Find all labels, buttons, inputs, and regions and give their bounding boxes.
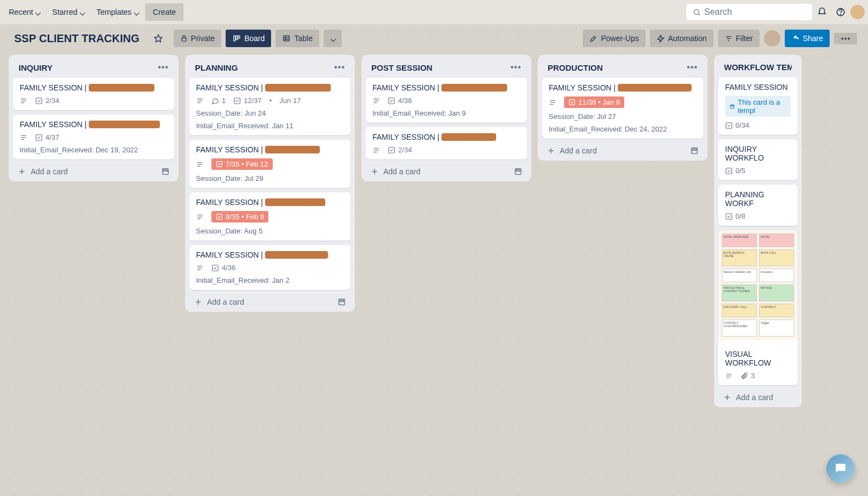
- card[interactable]: FAMILY SESSION | 4/36 Initial_Email_Rece…: [189, 245, 350, 290]
- checklist-badge: 12/37: [233, 96, 262, 105]
- board-title[interactable]: SSP CLIENT TRACKING: [11, 32, 143, 45]
- attachment-badge: 3: [740, 372, 755, 380]
- nav-recent[interactable]: Recent: [3, 4, 45, 20]
- template-icon[interactable]: [337, 298, 346, 306]
- checklist-count: 2/34: [45, 96, 59, 105]
- view-board-button[interactable]: Board: [226, 30, 271, 47]
- view-more-button[interactable]: [324, 30, 342, 47]
- plus-icon: [194, 298, 203, 306]
- card[interactable]: PLANNING WORKF 0/8: [718, 185, 797, 226]
- template-icon[interactable]: [161, 167, 170, 176]
- list-menu-button[interactable]: •••: [510, 62, 521, 72]
- checklist-count: 4/37: [45, 133, 59, 141]
- description-icon: [20, 97, 27, 105]
- checklist-badge: 0/5: [725, 167, 745, 175]
- add-card-button[interactable]: Add a card: [718, 390, 797, 403]
- card-custom-field: Session_Date: Aug 5: [196, 227, 344, 235]
- view-table-button[interactable]: Table: [275, 30, 319, 47]
- card[interactable]: FAMILY SESSION | 1 12/37 • Jun 17 Sessio…: [189, 78, 350, 135]
- description-badge: [196, 97, 204, 105]
- visibility-button[interactable]: Private: [174, 30, 222, 47]
- card[interactable]: FAMILY SESSION | 4/36 Initial_Email_Rece…: [366, 78, 527, 123]
- search-icon: [693, 8, 701, 16]
- nav-starred[interactable]: Starred: [47, 4, 90, 20]
- checklist-count: 0/5: [735, 167, 745, 175]
- card-title-prefix: FAMILY SESSION |: [549, 83, 616, 92]
- description-badge: [196, 161, 204, 168]
- star-button[interactable]: [147, 30, 169, 47]
- svg-point-19: [844, 37, 846, 39]
- user-avatar[interactable]: [850, 5, 865, 19]
- comments-count: 1: [222, 96, 226, 105]
- description-badge: [20, 134, 27, 141]
- checklist-badge: 0/34: [725, 121, 749, 129]
- description-icon: [196, 264, 204, 272]
- card-custom-field: Initial_Email_Received: Jan 11: [196, 122, 344, 130]
- list-menu-button[interactable]: •••: [687, 62, 698, 72]
- list-title[interactable]: PLANNING: [195, 63, 238, 72]
- notifications-button[interactable]: [813, 3, 831, 21]
- card[interactable]: FAMILY SESSION | 2/34: [366, 127, 527, 159]
- rocket-icon: [589, 35, 597, 43]
- svg-marker-13: [658, 35, 664, 42]
- add-card-button[interactable]: Add a card: [189, 294, 350, 307]
- list-menu-button[interactable]: •••: [158, 62, 169, 72]
- nav-recent-label: Recent: [9, 8, 33, 16]
- board-icon: [232, 35, 241, 42]
- card[interactable]: FAMILY SESSION | 2/34: [13, 78, 174, 110]
- redacted-name: [265, 84, 331, 92]
- add-card-button[interactable]: Add a card: [366, 164, 527, 177]
- card-title-prefix: FAMILY SESSION |: [372, 83, 439, 92]
- view-board-label: Board: [244, 34, 265, 43]
- list-title[interactable]: WORKFLOW TEMPL: [724, 62, 792, 72]
- help-button[interactable]: [832, 3, 849, 21]
- badge-separator: •: [269, 96, 272, 105]
- checklist-due-badge: 11/38 • Jan 8: [564, 96, 624, 108]
- add-card-button[interactable]: Add a card: [542, 143, 703, 156]
- redacted-name: [89, 121, 160, 128]
- chevron-down-icon: [35, 8, 40, 16]
- list-title[interactable]: INQUIRY: [19, 63, 53, 72]
- create-button[interactable]: Create: [145, 3, 183, 21]
- checklist-due-text: 7/35 • Feb 12: [226, 160, 268, 168]
- svg-rect-7: [236, 36, 238, 39]
- add-card-button[interactable]: Add a card: [13, 164, 174, 177]
- nav-templates[interactable]: Templates: [91, 4, 144, 20]
- star-icon: [154, 34, 163, 43]
- comment-icon: [211, 97, 219, 105]
- add-card-label: Add a card: [736, 393, 773, 402]
- list-inquiry: INQUIRY ••• FAMILY SESSION | 2/34 FAMILY…: [9, 55, 179, 181]
- card[interactable]: FAMILY SESSION | 7/35 • Feb 12 Session_D…: [189, 140, 350, 188]
- card[interactable]: FAMILY SESSION | 4/37 Initial_Email_Rece…: [13, 115, 174, 159]
- card-cover-flowchart: INITIAL RESPONSEINITIAL BOOK SESSION ONL…: [718, 230, 797, 340]
- automation-button[interactable]: Automation: [650, 30, 714, 47]
- svg-rect-28: [36, 134, 42, 140]
- board-menu-button[interactable]: [834, 33, 857, 44]
- board-member-avatar[interactable]: [764, 30, 780, 47]
- card[interactable]: FAMILY SESSION | 11/38 • Jan 8 Session_D…: [542, 78, 703, 139]
- template-icon[interactable]: [514, 167, 522, 176]
- share-button[interactable]: Share: [785, 30, 830, 47]
- list-title[interactable]: PRODUCTION: [548, 63, 603, 72]
- filter-button[interactable]: Filter: [718, 30, 760, 47]
- list-title[interactable]: POST SESSION: [371, 63, 433, 72]
- card[interactable]: INITIAL RESPONSEINITIAL BOOK SESSION ONL…: [718, 230, 797, 385]
- checklist-count: 0/34: [735, 121, 749, 129]
- search-placeholder: Search: [704, 7, 732, 17]
- card[interactable]: FAMILY SESSION | 8/35 • Feb 9 Session_Da…: [189, 192, 350, 241]
- card-title-prefix: FAMILY SESSION |: [20, 83, 87, 92]
- card[interactable]: FAMILY SESSION This card is a templ 0/34: [718, 77, 797, 135]
- checklist-icon: [388, 146, 395, 154]
- card-custom-field: Session_Date: Jul 27: [549, 112, 697, 121]
- template-icon[interactable]: [690, 146, 699, 155]
- list-menu-button[interactable]: •••: [334, 62, 345, 72]
- powerups-button[interactable]: Power-Ups: [583, 30, 645, 47]
- card[interactable]: INQUIRY WORKFLO 0/5: [718, 139, 797, 180]
- description-badge: [372, 146, 380, 154]
- search-input[interactable]: Search: [686, 4, 812, 20]
- redacted-name: [441, 133, 496, 141]
- card-custom-field: Initial_Email_Received: Dec 19, 2022: [20, 146, 168, 154]
- dots-icon: [841, 37, 850, 40]
- plus-icon: [547, 146, 555, 155]
- share-label: Share: [803, 34, 823, 43]
